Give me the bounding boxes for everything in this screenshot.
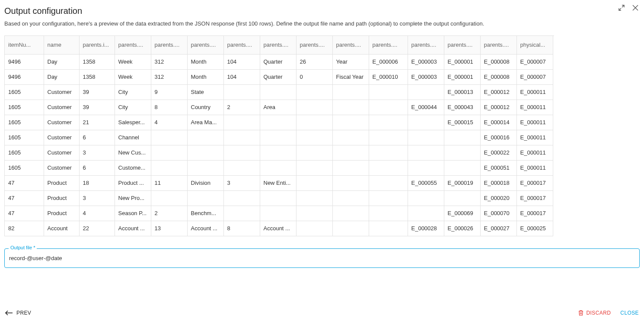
- table-cell: E_000044: [408, 100, 444, 115]
- table-cell: [408, 160, 444, 175]
- table-cell: 39: [79, 84, 115, 100]
- table-cell: 11: [151, 175, 187, 190]
- data-table: itemNu...nameparents.i...parents....pare…: [4, 35, 554, 236]
- table-cell: E_000015: [444, 115, 480, 130]
- table-cell: [187, 190, 223, 206]
- table-cell: [151, 145, 187, 160]
- output-file-input[interactable]: [4, 248, 640, 268]
- table-cell: [332, 160, 369, 175]
- column-header[interactable]: physical...: [516, 36, 553, 54]
- table-cell: 104: [223, 54, 260, 69]
- table-cell: E_000007: [516, 69, 553, 84]
- table-cell: E_000006: [369, 54, 408, 69]
- table-cell: E_000055: [408, 175, 444, 190]
- table-cell: 2: [151, 206, 187, 221]
- table-cell: 6: [79, 160, 115, 175]
- table-cell: [296, 115, 332, 130]
- dialog-footer: PREV DISCARD CLOSE: [5, 310, 639, 316]
- column-header[interactable]: parents....: [369, 36, 408, 54]
- table-cell: 22: [79, 221, 115, 236]
- table-cell: Customer: [44, 115, 79, 130]
- table-cell: E_000017: [516, 206, 553, 221]
- table-cell: [187, 130, 223, 145]
- table-cell: E_000011: [516, 160, 553, 175]
- table-cell: [332, 221, 369, 236]
- table-cell: [260, 160, 296, 175]
- table-row: 9496Day1358Week312Month104Quarter0Fiscal…: [5, 69, 553, 84]
- table-cell: E_000011: [516, 115, 553, 130]
- close-button[interactable]: CLOSE: [620, 310, 639, 316]
- table-cell: E_000043: [444, 100, 480, 115]
- column-header[interactable]: parents....: [480, 36, 516, 54]
- table-cell: City: [115, 100, 151, 115]
- window-controls: [618, 4, 639, 13]
- column-header[interactable]: parents....: [187, 36, 223, 54]
- column-header[interactable]: parents....: [444, 36, 480, 54]
- table-cell: Salesper...: [115, 115, 151, 130]
- column-header[interactable]: parents....: [260, 36, 296, 54]
- table-cell: E_000011: [516, 145, 553, 160]
- table-cell: [260, 206, 296, 221]
- column-header[interactable]: parents....: [408, 36, 444, 54]
- table-cell: [332, 190, 369, 206]
- table-cell: E_000003: [408, 54, 444, 69]
- column-header[interactable]: parents....: [223, 36, 260, 54]
- table-cell: 3: [79, 190, 115, 206]
- column-header[interactable]: parents....: [332, 36, 369, 54]
- table-cell: 82: [5, 221, 44, 236]
- table-cell: E_000028: [408, 221, 444, 236]
- table-cell: Account ...: [115, 221, 151, 236]
- table-row: 1605Customer39City8Country2AreaE_000044E…: [5, 100, 553, 115]
- column-header[interactable]: parents....: [296, 36, 332, 54]
- column-header[interactable]: itemNu...: [5, 36, 44, 54]
- table-cell: Customer: [44, 145, 79, 160]
- column-header[interactable]: parents....: [151, 36, 187, 54]
- table-cell: E_000020: [480, 190, 516, 206]
- table-cell: [332, 145, 369, 160]
- table-cell: 18: [79, 175, 115, 190]
- table-cell: [260, 190, 296, 206]
- column-header[interactable]: parents.i...: [79, 36, 115, 54]
- table-cell: [408, 115, 444, 130]
- table-cell: [369, 206, 408, 221]
- discard-button[interactable]: DISCARD: [578, 310, 611, 316]
- table-cell: Quarter: [260, 69, 296, 84]
- table-cell: Country: [187, 100, 223, 115]
- table-cell: E_000016: [480, 130, 516, 145]
- table-cell: [444, 190, 480, 206]
- table-cell: 0: [296, 69, 332, 84]
- table-cell: Area: [260, 100, 296, 115]
- table-cell: [408, 130, 444, 145]
- table-cell: [369, 115, 408, 130]
- column-header[interactable]: name: [44, 36, 79, 54]
- expand-icon[interactable]: [618, 4, 625, 13]
- table-cell: Account ...: [260, 221, 296, 236]
- table-cell: [296, 145, 332, 160]
- table-cell: Product: [44, 206, 79, 221]
- table-cell: [223, 115, 260, 130]
- prev-button[interactable]: PREV: [5, 310, 31, 316]
- table-cell: 312: [151, 69, 187, 84]
- close-icon[interactable]: [632, 4, 639, 13]
- table-row: 9496Day1358Week312Month104Quarter26YearE…: [5, 54, 553, 69]
- output-file-field-wrap: Output file *: [4, 248, 640, 268]
- column-header[interactable]: parents....: [115, 36, 151, 54]
- table-cell: New Cus...: [115, 145, 151, 160]
- table-cell: Account ...: [187, 221, 223, 236]
- table-row: 47Product18Product ...11Division3New Ent…: [5, 175, 553, 190]
- discard-button-label: DISCARD: [587, 310, 611, 316]
- table-cell: Custome...: [115, 160, 151, 175]
- table-cell: [260, 115, 296, 130]
- table-cell: [369, 130, 408, 145]
- table-cell: E_000008: [480, 69, 516, 84]
- table-cell: Customer: [44, 160, 79, 175]
- table-row: 1605Customer6ChannelE_000016E_000011: [5, 130, 553, 145]
- table-cell: E_000001: [444, 69, 480, 84]
- table-cell: [332, 206, 369, 221]
- table-cell: Product: [44, 175, 79, 190]
- table-cell: E_000011: [516, 84, 553, 100]
- table-cell: E_000008: [480, 54, 516, 69]
- table-cell: [151, 130, 187, 145]
- table-cell: Week: [115, 69, 151, 84]
- table-cell: [408, 84, 444, 100]
